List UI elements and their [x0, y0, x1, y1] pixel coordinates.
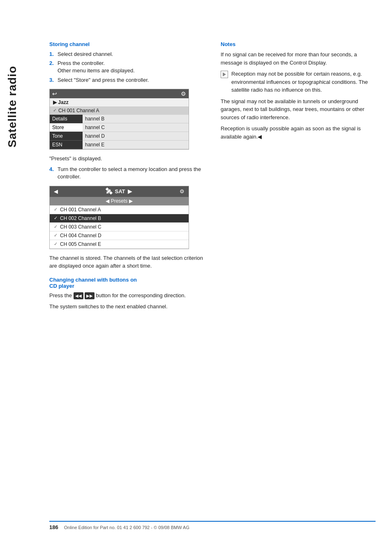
sidebar-label: Satellite radio — [6, 66, 19, 148]
screen2-presets: ◀ Presets ▶ — [50, 197, 189, 206]
screen-mockup-1: ↩ ⚙ ▶ Jazz ✓ CH 001 Channel A Details St… — [49, 89, 189, 150]
step-4: 4. Turn the controller to select a memor… — [49, 166, 204, 180]
screen2-arrow-right: ▶ — [128, 188, 132, 194]
step-2: 2. Press the controller.Other menu items… — [49, 60, 204, 74]
triangle-icon — [221, 71, 228, 78]
screen1-menu-list: Details Store Tone ESN — [50, 115, 83, 149]
screen1-channel-a: ✓ CH 001 Channel A — [50, 107, 189, 115]
screen1-menu-and-channels: Details Store Tone ESN hannel B hannel C… — [50, 115, 189, 149]
screen2-arrow-left: ◀ — [54, 188, 58, 194]
ch003-label: CH 003 Channel C — [60, 224, 101, 230]
notes-title: Notes — [221, 41, 376, 47]
channel-b: hannel B — [83, 115, 189, 123]
channel-a-label: CH 001 Channel A — [58, 108, 99, 113]
screen2-ch003: ✓ CH 003 Channel C — [50, 223, 189, 231]
check-ch005: ✓ — [54, 241, 58, 247]
step4-num: 4. — [49, 166, 55, 180]
channel-c: hannel C — [83, 123, 189, 132]
step3-num: 3. — [49, 76, 55, 84]
right-column: Notes If no signal can be received for m… — [221, 41, 376, 314]
section1-title: Storing channel — [49, 41, 204, 47]
screen2-settings-icon: ⚙ — [180, 188, 184, 194]
screen1-channel-list: hannel B hannel C hannel D hannel E — [83, 115, 189, 149]
step-3: 3. Select "Store" and press the controll… — [49, 76, 204, 84]
cd-next-text: The system switches to the next enabled … — [49, 303, 204, 311]
page-number: 186 — [49, 524, 58, 530]
check-ch002: ✓ — [54, 215, 58, 221]
footer-text: Online Edition for Part no. 01 41 2 600 … — [64, 525, 189, 530]
step1-text: Select desired channel. — [58, 51, 113, 58]
screen1-left-area: ✓ CH 001 Channel A Details Store Tone ES… — [50, 107, 189, 149]
note3: The signal may not be available in tunne… — [221, 97, 376, 122]
screen2-header: ◀ 🛰 SAT ▶ ⚙ — [50, 186, 189, 197]
screen2-ch005: ✓ CH 005 Channel E — [50, 240, 189, 249]
step4-list: 4. Turn the controller to select a memor… — [49, 166, 204, 180]
steps-list: 1. Select desired channel. 2. Press the … — [49, 51, 204, 84]
screen2-sat-icon: 🛰 — [106, 188, 112, 195]
cd-buttons: ◀◀ ▶▶ — [74, 292, 95, 299]
cd-para: Press the ◀◀ ▶▶ button for the correspon… — [49, 291, 204, 300]
screen1-settings-icon: ⚙ — [181, 90, 186, 97]
ch001-label: CH 001 Channel A — [60, 207, 101, 213]
step2-num: 2. — [49, 60, 55, 74]
note2-block: Reception may not be possible for certai… — [221, 70, 376, 94]
ch005-label: CH 005 Channel E — [60, 241, 101, 247]
screen2-sat-label: SAT — [115, 188, 125, 194]
channel-d: hannel D — [83, 132, 189, 141]
section2-title: Changing channel with buttons onCD playe… — [49, 277, 204, 289]
screen2-ch002: ✓ CH 002 Channel B — [50, 214, 189, 223]
channel-e: hannel E — [83, 141, 189, 149]
menu-tone: Tone — [50, 132, 83, 141]
menu-details: Details — [50, 115, 83, 123]
page-footer: 186 Online Edition for Part no. 01 41 2 … — [49, 521, 376, 530]
btn-next: ▶▶ — [85, 292, 95, 299]
step-1: 1. Select desired channel. — [49, 51, 204, 58]
menu-esn: ESN — [50, 141, 83, 149]
screen2-ch004: ✓ CH 004 Channel D — [50, 231, 189, 240]
note1: If no signal can be received for more th… — [221, 51, 376, 67]
ch004-label: CH 004 Channel D — [60, 233, 101, 238]
screen2-header-center: 🛰 SAT ▶ — [106, 188, 131, 195]
stored-text: The channel is stored. The channels of t… — [49, 254, 204, 270]
screen1-label: ▶ Jazz — [50, 98, 189, 107]
step3-text: Select "Store" and press the controller. — [58, 76, 149, 84]
sidebar: Satellite radio — [0, 0, 25, 555]
screen2-ch001: ✓ CH 001 Channel A — [50, 206, 189, 214]
step1-num: 1. — [49, 51, 55, 58]
screen1-menu-overlay: ✓ CH 001 Channel A Details Store Tone ES… — [50, 107, 189, 149]
check-ch003: ✓ — [54, 224, 58, 229]
triangle-shape — [223, 72, 226, 76]
screen-mockup-2: ◀ 🛰 SAT ▶ ⚙ ◀ Presets ▶ ✓ CH 001 Channel… — [49, 186, 189, 249]
screen1-header: ↩ ⚙ — [50, 89, 189, 98]
step2-text: Press the controller.Other menu items ar… — [58, 60, 135, 74]
note4: Reception is usually possible again as s… — [221, 125, 376, 141]
check-ch004: ✓ — [54, 233, 58, 238]
check-icon-a: ✓ — [53, 108, 57, 113]
screen1-back-icon: ↩ — [52, 90, 57, 97]
menu-store: Store — [50, 123, 83, 132]
step4-text: Turn the controller to select a memory l… — [58, 166, 204, 180]
ch002-label: CH 002 Channel B — [60, 215, 101, 221]
check-ch001: ✓ — [54, 207, 58, 212]
btn-prev: ◀◀ — [74, 292, 83, 299]
left-column: Storing channel 1. Select desired channe… — [49, 41, 204, 314]
presets-text: "Presets" is displayed. — [49, 155, 204, 163]
note2: Reception may not be possible for certai… — [231, 70, 376, 94]
main-content: Storing channel 1. Select desired channe… — [25, 0, 392, 339]
